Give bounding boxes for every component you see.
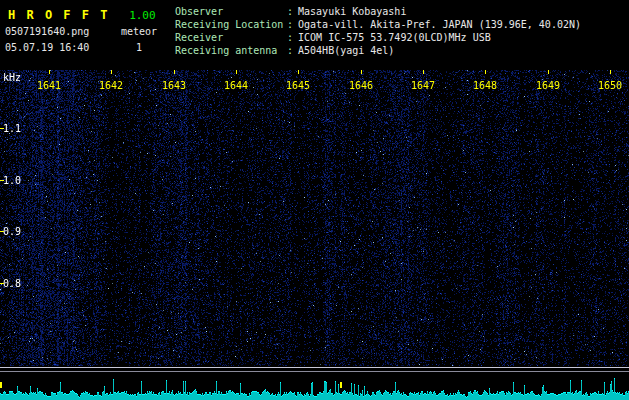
freq-tick-mark (0, 128, 4, 129)
info-separator: : (287, 32, 293, 43)
info-separator: : (287, 19, 293, 30)
spectrogram-canvas (0, 70, 629, 366)
info-row-receiver: Receiver:ICOM IC-575 53.7492(0LCD)MHz US… (175, 31, 581, 44)
info-label: Receiving Location (175, 18, 287, 31)
info-row-observer: Observer:Masayuki Kobayashi (175, 5, 581, 18)
time-tick-label: 1645 (286, 80, 310, 91)
strip-tick-mark (0, 382, 2, 388)
time-tick-mark (298, 70, 299, 74)
time-tick-mark (485, 70, 486, 74)
freq-tick-mark (0, 283, 4, 284)
time-tick-label: 1644 (224, 80, 248, 91)
info-value: ICOM IC-575 53.7492(0LCD)MHz USB (298, 32, 491, 43)
time-tick-mark (610, 70, 611, 74)
time-tick-label: 1643 (162, 80, 186, 91)
info-separator: : (287, 6, 293, 17)
info-value: A504HB(yagi 4el) (298, 45, 394, 56)
freq-tick-label: 1.1 (3, 123, 21, 134)
time-tick-mark (423, 70, 424, 74)
info-value: Masayuki Kobayashi (298, 6, 406, 17)
app-title: H R O F F T (8, 8, 109, 22)
time-tick-mark (111, 70, 112, 74)
freq-tick-mark (0, 180, 4, 181)
time-tick-label: 1642 (99, 80, 123, 91)
app-version: 1.00 (129, 9, 156, 22)
strip-tick-mark (340, 382, 342, 388)
info-label: Receiver (175, 31, 287, 44)
freq-axis-unit-label: kHz (3, 72, 21, 83)
meteor-count: 1 (136, 42, 142, 53)
time-tick-label: 1646 (349, 80, 373, 91)
time-tick-mark (236, 70, 237, 74)
info-row-antenna: Receiving antenna:A504HB(yagi 4el) (175, 44, 581, 57)
time-tick-mark (49, 70, 50, 74)
hrofft-output-window: H R O F F T 1.00 0507191640.png meteor 0… (0, 0, 629, 400)
info-row-location: Receiving Location:Ogata-vill. Akita-Pre… (175, 18, 581, 31)
signal-strip-canvas (0, 373, 629, 400)
info-label: Receiving antenna (175, 44, 287, 57)
time-tick-label: 1641 (37, 80, 61, 91)
time-tick-label: 1650 (598, 80, 622, 91)
mode-label: meteor (121, 26, 157, 37)
station-info: Observer:Masayuki Kobayashi Receiving Lo… (175, 5, 581, 57)
info-separator: : (287, 45, 293, 56)
freq-tick-label: 0.8 (3, 278, 21, 289)
header: H R O F F T 1.00 0507191640.png meteor 0… (0, 0, 629, 70)
time-tick-label: 1649 (536, 80, 560, 91)
info-label: Observer (175, 5, 287, 18)
info-value: Ogata-vill. Akita-Pref. JAPAN (139.96E, … (298, 19, 581, 30)
logo-row: H R O F F T 1.00 (8, 4, 156, 23)
time-tick-mark (548, 70, 549, 74)
divider-line (0, 371, 629, 372)
output-filename: 0507191640.png (5, 26, 89, 37)
time-tick-label: 1648 (473, 80, 497, 91)
divider-line (0, 367, 629, 368)
time-tick-mark (174, 70, 175, 74)
time-tick-mark (361, 70, 362, 74)
freq-tick-label: 0.9 (3, 226, 21, 237)
freq-tick-label: 1.0 (3, 175, 21, 186)
freq-tick-mark (0, 231, 4, 232)
time-tick-label: 1647 (411, 80, 435, 91)
observation-datetime: 05.07.19 16:40 (5, 42, 89, 53)
